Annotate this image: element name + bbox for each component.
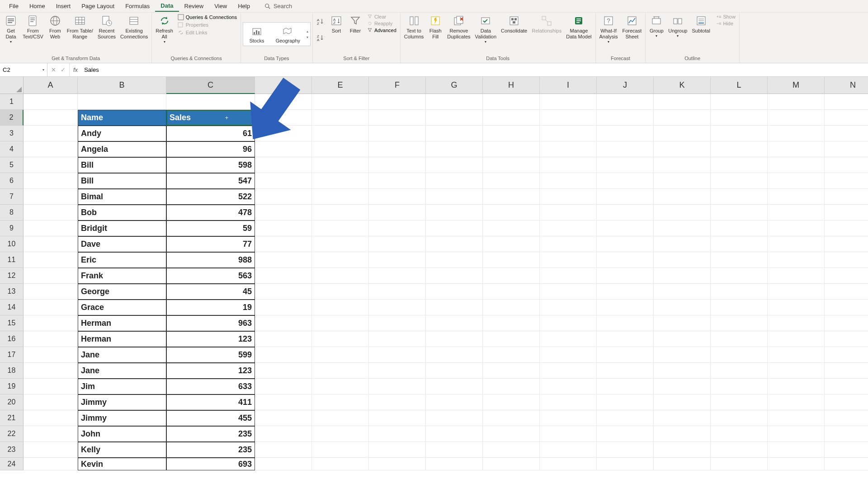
cell-N11[interactable] bbox=[825, 252, 868, 268]
cell-E15[interactable] bbox=[312, 315, 369, 331]
existing-connections-button[interactable]: Existing Connections bbox=[118, 14, 150, 41]
cell-D14[interactable] bbox=[255, 300, 312, 315]
cell-J15[interactable] bbox=[597, 315, 654, 331]
col-header-D[interactable]: D bbox=[255, 77, 312, 94]
cell-G12[interactable] bbox=[426, 268, 483, 284]
cell-I7[interactable] bbox=[540, 189, 597, 205]
cell-N10[interactable] bbox=[825, 236, 868, 252]
cell-F13[interactable] bbox=[369, 284, 426, 300]
cell-E12[interactable] bbox=[312, 268, 369, 284]
cell-G22[interactable] bbox=[426, 426, 483, 442]
cell-L19[interactable] bbox=[711, 379, 768, 394]
cell-H8[interactable] bbox=[483, 205, 540, 221]
from-web-button[interactable]: From Web bbox=[46, 14, 64, 41]
edit-links-button[interactable]: Edit Links bbox=[176, 29, 239, 36]
cell-I4[interactable] bbox=[540, 141, 597, 157]
subtotal-button[interactable]: Subtotal bbox=[690, 14, 712, 35]
cell-M16[interactable] bbox=[768, 331, 825, 347]
cell-C23[interactable]: 235 bbox=[166, 442, 255, 458]
col-header-F[interactable]: F bbox=[369, 77, 426, 94]
cell-J10[interactable] bbox=[597, 236, 654, 252]
cell-H11[interactable] bbox=[483, 252, 540, 268]
cell-B15[interactable]: Herman bbox=[78, 315, 166, 331]
cell-J12[interactable] bbox=[597, 268, 654, 284]
cell-G16[interactable] bbox=[426, 331, 483, 347]
row-header-16[interactable]: 16 bbox=[0, 331, 24, 347]
cell-B24[interactable]: Kevin bbox=[78, 458, 166, 470]
cell-E11[interactable] bbox=[312, 252, 369, 268]
cell-L17[interactable] bbox=[711, 347, 768, 363]
cell-K22[interactable] bbox=[654, 426, 711, 442]
cell-L8[interactable] bbox=[711, 205, 768, 221]
col-header-E[interactable]: E bbox=[312, 77, 369, 94]
cell-A22[interactable] bbox=[24, 426, 78, 442]
cell-G5[interactable] bbox=[426, 157, 483, 173]
cell-C14[interactable]: 19 bbox=[166, 300, 255, 315]
cell-A5[interactable] bbox=[24, 157, 78, 173]
cell-G10[interactable] bbox=[426, 236, 483, 252]
cell-E19[interactable] bbox=[312, 379, 369, 394]
tab-file[interactable]: File bbox=[4, 1, 24, 11]
cell-J20[interactable] bbox=[597, 394, 654, 410]
row-header-22[interactable]: 22 bbox=[0, 426, 24, 442]
cell-A24[interactable] bbox=[24, 458, 78, 470]
data-types-down[interactable]: ▾ bbox=[307, 35, 308, 39]
cell-J8[interactable] bbox=[597, 205, 654, 221]
col-header-I[interactable]: I bbox=[540, 77, 597, 94]
cell-I5[interactable] bbox=[540, 157, 597, 173]
cell-B20[interactable]: Jimmy bbox=[78, 394, 166, 410]
cell-J7[interactable] bbox=[597, 189, 654, 205]
cell-J17[interactable] bbox=[597, 347, 654, 363]
cell-A17[interactable] bbox=[24, 347, 78, 363]
cell-L16[interactable] bbox=[711, 331, 768, 347]
cell-E1[interactable] bbox=[312, 94, 369, 110]
cell-K3[interactable] bbox=[654, 126, 711, 141]
cell-H2[interactable] bbox=[483, 110, 540, 126]
cell-F3[interactable] bbox=[369, 126, 426, 141]
row-header-11[interactable]: 11 bbox=[0, 252, 24, 268]
cell-B18[interactable]: Jane bbox=[78, 363, 166, 379]
from-table-range-button[interactable]: From Table/ Range bbox=[65, 14, 95, 41]
cell-M11[interactable] bbox=[768, 252, 825, 268]
row-header-7[interactable]: 7 bbox=[0, 189, 24, 205]
cell-K7[interactable] bbox=[654, 189, 711, 205]
cell-B12[interactable]: Frank bbox=[78, 268, 166, 284]
cell-H21[interactable] bbox=[483, 410, 540, 426]
cell-I8[interactable] bbox=[540, 205, 597, 221]
cell-L14[interactable] bbox=[711, 300, 768, 315]
advanced-filter-button[interactable]: Advanced bbox=[365, 27, 398, 33]
row-header-4[interactable]: 4 bbox=[0, 141, 24, 157]
clear-filter-button[interactable]: Clear bbox=[365, 14, 398, 20]
cell-E16[interactable] bbox=[312, 331, 369, 347]
cell-G19[interactable] bbox=[426, 379, 483, 394]
cell-K13[interactable] bbox=[654, 284, 711, 300]
consolidate-button[interactable]: Consolidate bbox=[499, 14, 529, 35]
tab-review[interactable]: Review bbox=[179, 1, 209, 11]
cell-D3[interactable] bbox=[255, 126, 312, 141]
cell-D4[interactable] bbox=[255, 141, 312, 157]
cell-E18[interactable] bbox=[312, 363, 369, 379]
cell-L2[interactable] bbox=[711, 110, 768, 126]
cell-A19[interactable] bbox=[24, 379, 78, 394]
cell-L13[interactable] bbox=[711, 284, 768, 300]
cell-K8[interactable] bbox=[654, 205, 711, 221]
col-header-L[interactable]: L bbox=[711, 77, 768, 94]
cell-F22[interactable] bbox=[369, 426, 426, 442]
cell-I24[interactable] bbox=[540, 458, 597, 470]
cell-E20[interactable] bbox=[312, 394, 369, 410]
cell-H3[interactable] bbox=[483, 126, 540, 141]
cell-E2[interactable] bbox=[312, 110, 369, 126]
cell-H23[interactable] bbox=[483, 442, 540, 458]
cell-I21[interactable] bbox=[540, 410, 597, 426]
cell-D1[interactable] bbox=[255, 94, 312, 110]
cell-L3[interactable] bbox=[711, 126, 768, 141]
cell-D13[interactable] bbox=[255, 284, 312, 300]
cell-D11[interactable] bbox=[255, 252, 312, 268]
cell-J24[interactable] bbox=[597, 458, 654, 470]
cell-M2[interactable] bbox=[768, 110, 825, 126]
cell-M17[interactable] bbox=[768, 347, 825, 363]
forecast-sheet-button[interactable]: Forecast Sheet bbox=[620, 14, 643, 41]
get-data-button[interactable]: Get Data ▾ bbox=[2, 14, 20, 45]
cell-L6[interactable] bbox=[711, 173, 768, 189]
cell-E22[interactable] bbox=[312, 426, 369, 442]
